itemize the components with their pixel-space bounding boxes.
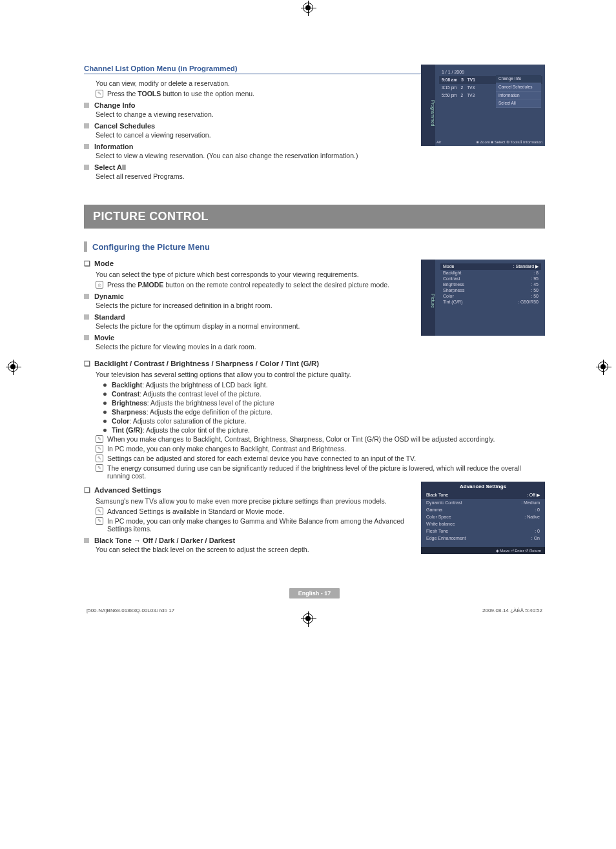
note-icon: ✎: [96, 464, 103, 472]
advanced-footer: ◆ Move ⏎ Enter ↺ Return: [421, 547, 545, 554]
picture-menu-row: Sharpness: 50: [440, 287, 541, 293]
note-icon: ✎: [96, 507, 103, 515]
backlight-bullets: Backlight: Adjusts the brightness of LCD…: [84, 381, 545, 434]
backlight-note: ✎The energy consumed during use can be s…: [96, 464, 545, 480]
bullet-item: Sharpness: Adjusts the edge definition o…: [103, 408, 545, 416]
note-icon: ✎: [96, 435, 103, 443]
heading-bar-icon: [84, 241, 87, 252]
picture-menu-row: Color: 50: [440, 293, 541, 299]
bullet-item: Color: Adjusts color saturation of the p…: [103, 417, 545, 425]
page-number: English - 17: [84, 588, 545, 598]
print-footer: [500-NA]BN68-01883Q-00L03.indb 17 2009-0…: [84, 608, 545, 613]
advanced-row: Gamma: 0: [421, 506, 545, 513]
backlight-note: ✎When you make changes to Backlight, Con…: [96, 435, 545, 443]
advanced-row: White balance: [421, 520, 545, 527]
programmed-screenshot: Programmed 1 / 1 / 2009 9:08 am 5 TV1 3:…: [421, 65, 545, 146]
bullet-item: Brightness: Adjusts the brightness level…: [103, 399, 545, 407]
configuring-picture-heading: Configuring the Picture Menu: [84, 241, 545, 252]
advanced-note: ✎In PC mode, you can only make changes t…: [96, 517, 413, 533]
picture-side-label: Picture: [421, 260, 435, 336]
option-body: Select all reserved Programs.: [96, 172, 545, 180]
advanced-row: Dynamic Contrast: Medium: [421, 499, 545, 506]
option-select-all: Select All: [84, 163, 545, 171]
picture-menu-screenshot: Picture Mode: Standard ▶ Backlight: 8 Co…: [421, 260, 545, 336]
backlight-note: ✎Settings can be adjusted and stored for…: [96, 455, 545, 462]
advanced-settings-screenshot: Advanced Settings Black Tone: Off ▶ Dyna…: [421, 482, 545, 554]
programmed-side-label: Programmed: [421, 65, 435, 146]
tools-note: ✎ Press the TOOLS button to use the opti…: [96, 90, 413, 97]
footer-timestamp: 2009-08-14 ¿ÀÈÄ 5:40:52: [482, 608, 542, 613]
advanced-row: Edge Enhancement: On: [421, 535, 545, 542]
advanced-row: Color Space: Native: [421, 513, 545, 520]
remote-icon: ⎚: [96, 281, 103, 289]
footer-file: [500-NA]BN68-01883Q-00L03.indb 17: [87, 608, 174, 613]
bullet-item: Backlight: Adjusts the brightness of LCD…: [103, 381, 545, 389]
bullet-item: Contrast: Adjusts the contrast level of …: [103, 390, 545, 398]
picture-control-band: PICTURE CONTROL: [84, 205, 545, 229]
note-icon: ✎: [96, 90, 103, 97]
picture-menu-row: Backlight: 8: [440, 270, 541, 276]
mode-body: Selects the picture for viewing movies i…: [96, 343, 545, 351]
picture-menu-row: Brightness: 45: [440, 281, 541, 287]
advanced-screenshot-title: Advanced Settings: [421, 482, 545, 491]
picture-menu-row: Contrast: 95: [440, 276, 541, 281]
bullet-item: Tint (G/R): Adjusts the color tint of th…: [103, 426, 545, 434]
page-content: Programmed 1 / 1 / 2009 9:08 am 5 TV1 3:…: [0, 0, 616, 633]
note-icon: ✎: [96, 445, 103, 453]
advanced-row: Flesh Tone: 0: [421, 527, 545, 535]
programmed-footer: Air ■ Zoom ■ Select ⚙ Tools ℹ Informatio…: [436, 140, 542, 145]
backlight-intro: Your television has several setting opti…: [96, 371, 545, 378]
pmode-note: ⎚ Press the P.MODE button on the remote …: [96, 281, 413, 289]
backlight-note: ✎In PC mode, you can only make changes t…: [96, 445, 545, 453]
picture-menu-row: Tint (G/R): G50/R50: [440, 299, 541, 305]
advanced-note: ✎Advanced Settings is available in Stand…: [96, 507, 413, 515]
option-body: Select to view a viewing reservation. (Y…: [96, 152, 545, 159]
advanced-row: Black Tone: Off ▶: [421, 491, 545, 499]
programmed-popup-menu: Change Info Cancel Schedules Information…: [496, 75, 541, 108]
picture-menu-row: Mode: Standard ▶: [440, 263, 541, 270]
backlight-heading: Backlight / Contrast / Brightness / Shar…: [84, 360, 545, 368]
note-icon: ✎: [96, 517, 103, 525]
note-icon: ✎: [96, 455, 103, 462]
registration-mark-bottom: [303, 613, 313, 624]
